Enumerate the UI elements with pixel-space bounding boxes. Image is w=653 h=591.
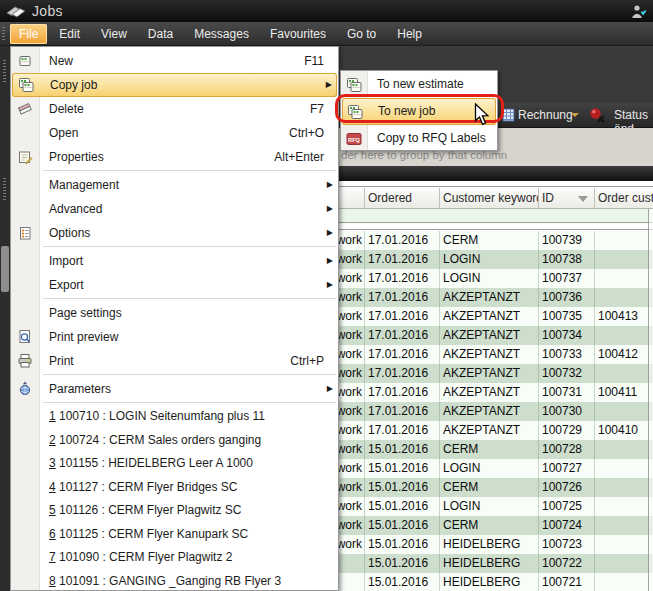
menu-item-label: Print: [49, 354, 74, 368]
rechnung-dropdown-arrow-icon[interactable]: [571, 113, 579, 117]
menu-item-copy-to-rfq-labels[interactable]: RFQCopy to RFQ Labels: [341, 125, 497, 152]
parameters-icon: [17, 381, 33, 397]
menu-item-advanced[interactable]: Advanced▶: [11, 197, 338, 221]
menu-item-label: 5 101126 : CERM Flyer Plagwitz SC: [49, 503, 242, 517]
recent-job-item[interactable]: 7 101090 : CERM Flyer Plagwitz 2: [11, 546, 338, 570]
menu-item-properties[interactable]: PropertiesAlt+Enter: [11, 145, 338, 169]
grid-right-edge-column: [648, 209, 653, 591]
menu-item-import[interactable]: Import▶: [11, 249, 338, 273]
cell-ci: 100730: [539, 402, 595, 421]
menu-item-label: 7 101090 : CERM Flyer Plagwitz 2: [49, 550, 232, 564]
recent-job-item[interactable]: 4 101127 : CERM Flyer Bridges SC: [11, 476, 338, 500]
menu-item-label: 8 101091 : GANGING _Ganging RB Flyer 3: [49, 574, 281, 588]
cell-ci: 100726: [539, 478, 595, 497]
menu-item-label: 4 101127 : CERM Flyer Bridges SC: [49, 480, 238, 494]
menu-help[interactable]: Help: [388, 24, 431, 44]
menu-item-delete[interactable]: DeleteF7: [11, 97, 338, 121]
cell-co: [595, 554, 653, 573]
cell-cd: 17.01.2016: [365, 402, 440, 421]
cell-cd: 17.01.2016: [365, 383, 440, 402]
cell-ck: AKZEPTANZT: [440, 288, 539, 307]
recent-job-item[interactable]: 1 100710 : LOGIN Seitenumfang plus 11: [11, 405, 338, 429]
menu-item-export[interactable]: Export▶: [11, 273, 338, 297]
cell-ci: 100732: [539, 364, 595, 383]
cell-ci: 100737: [539, 269, 595, 288]
cell-cd: 17.01.2016: [365, 345, 440, 364]
recent-job-item[interactable]: 2 100724 : CERM Sales orders ganging: [11, 429, 338, 453]
cell-cd: 17.01.2016: [365, 231, 440, 250]
copy-job-icon: [18, 77, 34, 93]
shortcut-label: Ctrl+P: [290, 349, 324, 373]
cell-ci: 100731: [539, 383, 595, 402]
cell-ck: LOGIN: [440, 459, 539, 478]
menu-go-to[interactable]: Go to: [338, 24, 385, 44]
recent-job-item[interactable]: 6 101125 : CERM Flyer Kanupark SC: [11, 523, 338, 547]
cell-ci: 100734: [539, 326, 595, 345]
shortcut-label: Ctrl+O: [289, 121, 324, 145]
copy-job-icon: [346, 76, 362, 92]
cell-co: [595, 364, 653, 383]
rfq-icon: RFQ: [346, 130, 362, 146]
cell-ci: 100722: [539, 554, 595, 573]
application-window: Rechnung Status änd der here to group by…: [0, 0, 653, 591]
cell-ck: HEIDELBERG: [440, 535, 539, 554]
rechnung-button[interactable]: Rechnung: [518, 108, 573, 122]
cell-co: [595, 478, 653, 497]
submenu-arrow-icon: ▶: [327, 377, 333, 401]
menu-item-page-settings[interactable]: Page settings: [11, 301, 338, 325]
cell-co: [595, 250, 653, 269]
submenu-arrow-icon: ▶: [326, 73, 332, 97]
cell-ck: AKZEPTANZT: [440, 307, 539, 326]
menu-file[interactable]: File: [10, 24, 47, 44]
cell-ci: 100738: [539, 250, 595, 269]
cell-co: [595, 459, 653, 478]
cell-cd: 17.01.2016: [365, 269, 440, 288]
menu-item-new[interactable]: NewF11: [11, 49, 338, 73]
menu-edit[interactable]: Edit: [50, 24, 89, 44]
menu-item-label: Export: [49, 278, 84, 292]
menu-data[interactable]: Data: [139, 24, 182, 44]
cell-ci: 100723: [539, 535, 595, 554]
menu-item-label: Copy to RFQ Labels: [377, 131, 486, 145]
column-header-ordered[interactable]: Ordered: [365, 188, 440, 208]
menu-item-print[interactable]: PrintCtrl+P: [11, 349, 338, 373]
menu-item-print-preview[interactable]: Print preview: [11, 325, 338, 349]
recent-job-item[interactable]: 5 101126 : CERM Flyer Plagwitz SC: [11, 499, 338, 523]
menu-item-management[interactable]: Management▶: [11, 173, 338, 197]
cell-cd: 15.01.2016: [365, 440, 440, 459]
shortcut-label: Alt+Enter: [274, 145, 324, 169]
menu-item-options[interactable]: Options▶: [11, 221, 338, 245]
cell-cd: 17.01.2016: [365, 421, 440, 440]
recent-job-item[interactable]: 8 101091 : GANGING _Ganging RB Flyer 3: [11, 570, 338, 591]
menu-item-parameters[interactable]: Parameters▶: [11, 377, 338, 401]
menu-favourites[interactable]: Favourites: [261, 24, 335, 44]
cell-co: [595, 269, 653, 288]
cell-ci: 100728: [539, 440, 595, 459]
menu-item-label: Open: [49, 126, 78, 140]
new-job-icon: [17, 53, 33, 69]
dock-grip-icon: [3, 60, 6, 84]
cell-ck: LOGIN: [440, 269, 539, 288]
scrollbar-thumb[interactable]: [1, 246, 9, 292]
cell-ci: 100727: [539, 459, 595, 478]
cell-ck: AKZEPTANZT: [440, 402, 539, 421]
shortcut-label: F11: [304, 49, 324, 73]
menu-view[interactable]: View: [92, 24, 136, 44]
cell-ck: AKZEPTANZT: [440, 326, 539, 345]
column-header-customer-keyword[interactable]: Customer keyword: [440, 188, 539, 208]
cell-co: 100412: [595, 345, 653, 364]
user-status-icon[interactable]: [629, 2, 647, 20]
menu-item-label: To new estimate: [377, 77, 464, 91]
file-menu-popup: NewF11Copy job▶DeleteF7OpenCtrl+OPropert…: [10, 46, 339, 591]
menu-messages[interactable]: Messages: [185, 24, 258, 44]
menu-item-label: Print preview: [49, 330, 118, 344]
column-header-order-customer[interactable]: Order custo: [595, 188, 653, 208]
menu-item-copy-job[interactable]: Copy job▶: [12, 73, 337, 97]
eraser-icon: [17, 101, 33, 117]
menu-item-label: Import: [49, 254, 83, 268]
recent-job-item[interactable]: 3 101155 : HEIDELBERG Leer A 1000: [11, 452, 338, 476]
menu-item-label: Parameters: [49, 382, 111, 396]
cell-ci: 100736: [539, 288, 595, 307]
submenu-arrow-icon: ▶: [327, 221, 333, 245]
menu-item-open[interactable]: OpenCtrl+O: [11, 121, 338, 145]
